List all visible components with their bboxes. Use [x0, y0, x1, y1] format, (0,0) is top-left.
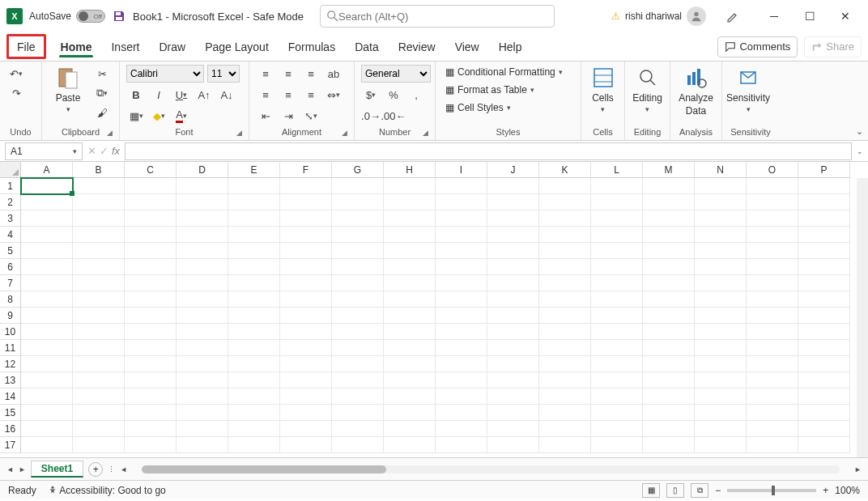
copy-button[interactable]: ⧉▾ [92, 84, 112, 102]
cell[interactable] [228, 372, 280, 388]
add-sheet-button[interactable]: + [88, 462, 103, 477]
cell[interactable] [643, 340, 695, 356]
zoom-out-button[interactable]: − [715, 485, 721, 496]
cell[interactable] [177, 275, 228, 291]
cell[interactable] [539, 388, 591, 405]
cell[interactable] [695, 356, 747, 372]
cell[interactable] [228, 340, 280, 356]
redo-button[interactable]: ↷ [6, 84, 26, 102]
align-middle-button[interactable]: ≡ [279, 65, 298, 83]
tab-data[interactable]: Data [345, 32, 389, 61]
cell[interactable] [695, 405, 747, 421]
row-header[interactable]: 10 [0, 324, 21, 340]
autosave-switch[interactable]: Off [76, 10, 105, 23]
cell[interactable] [384, 324, 436, 340]
conditional-formatting-button[interactable]: ▦Conditional Formatting▾ [442, 65, 566, 79]
orientation-button[interactable]: ⤡▾ [301, 107, 321, 125]
cell[interactable] [125, 388, 177, 405]
cell[interactable] [487, 210, 539, 227]
cell[interactable] [695, 259, 747, 275]
font-name-select[interactable]: Calibri [126, 65, 204, 83]
cell[interactable] [643, 243, 695, 259]
underline-button[interactable]: U▾ [172, 86, 191, 104]
decrease-indent-button[interactable]: ⇤ [256, 107, 275, 125]
cells-button[interactable]: Cells▾ [588, 65, 618, 113]
cell[interactable] [539, 227, 591, 243]
cell[interactable] [177, 178, 228, 194]
row-header[interactable]: 6 [0, 259, 21, 275]
cell[interactable] [21, 421, 73, 437]
cell[interactable] [21, 372, 73, 388]
cell[interactable] [591, 372, 643, 388]
cell[interactable] [177, 324, 228, 340]
cell[interactable] [487, 243, 539, 259]
cell[interactable] [695, 227, 747, 243]
format-as-table-button[interactable]: ▦Format as Table▾ [442, 83, 566, 97]
cell[interactable] [487, 405, 539, 421]
cell[interactable] [591, 259, 643, 275]
cell[interactable] [643, 405, 695, 421]
cell[interactable] [21, 405, 73, 421]
cell[interactable] [591, 275, 643, 291]
column-header[interactable]: L [591, 162, 643, 178]
cell[interactable] [695, 372, 747, 388]
ink-tools-icon[interactable] [722, 7, 742, 25]
cell[interactable] [487, 259, 539, 275]
cell[interactable] [384, 308, 436, 324]
cell[interactable] [280, 227, 332, 243]
cell[interactable] [643, 194, 695, 210]
cell[interactable] [695, 437, 747, 453]
cell[interactable] [487, 275, 539, 291]
row-header[interactable]: 8 [0, 291, 21, 308]
cell[interactable] [798, 340, 850, 356]
cell[interactable] [384, 259, 436, 275]
cell[interactable] [228, 259, 280, 275]
cell[interactable] [436, 308, 487, 324]
cell[interactable] [73, 243, 125, 259]
cell[interactable] [591, 340, 643, 356]
cell[interactable] [436, 210, 487, 227]
cell[interactable] [384, 291, 436, 308]
cell[interactable] [280, 259, 332, 275]
cell[interactable] [125, 437, 177, 453]
analyze-data-button[interactable]: Analyze Data [677, 65, 715, 117]
cell[interactable] [21, 210, 73, 227]
cell[interactable] [643, 324, 695, 340]
cell[interactable] [384, 178, 436, 194]
tab-file[interactable]: File [6, 34, 46, 59]
bold-button[interactable]: B [126, 86, 146, 104]
cell[interactable] [695, 340, 747, 356]
paste-button[interactable]: Paste▾ [49, 65, 87, 113]
cell[interactable] [228, 388, 280, 405]
share-button[interactable]: Share [804, 36, 862, 57]
cell[interactable] [332, 405, 384, 421]
cell[interactable] [21, 227, 73, 243]
cell[interactable] [798, 243, 850, 259]
cell[interactable] [487, 194, 539, 210]
cell[interactable] [21, 324, 73, 340]
ribbon-collapse-button[interactable]: ⌄ [856, 126, 863, 137]
cell[interactable] [695, 388, 747, 405]
cell[interactable] [539, 324, 591, 340]
cell[interactable] [21, 275, 73, 291]
cell[interactable] [591, 194, 643, 210]
cell[interactable] [539, 275, 591, 291]
cell[interactable] [228, 421, 280, 437]
cell[interactable] [280, 308, 332, 324]
cell[interactable] [747, 437, 798, 453]
cell[interactable] [280, 324, 332, 340]
cell[interactable] [695, 324, 747, 340]
cell[interactable] [177, 388, 228, 405]
cell[interactable] [747, 178, 798, 194]
cell[interactable] [177, 405, 228, 421]
cell[interactable] [228, 437, 280, 453]
cell[interactable] [280, 275, 332, 291]
sheet-nav-prev[interactable]: ◄ [6, 465, 14, 473]
search-box[interactable] [320, 5, 555, 28]
cell[interactable] [73, 324, 125, 340]
cell[interactable] [332, 243, 384, 259]
cell[interactable] [798, 356, 850, 372]
zoom-level[interactable]: 100% [835, 485, 860, 496]
cell[interactable] [436, 259, 487, 275]
cell[interactable] [21, 308, 73, 324]
